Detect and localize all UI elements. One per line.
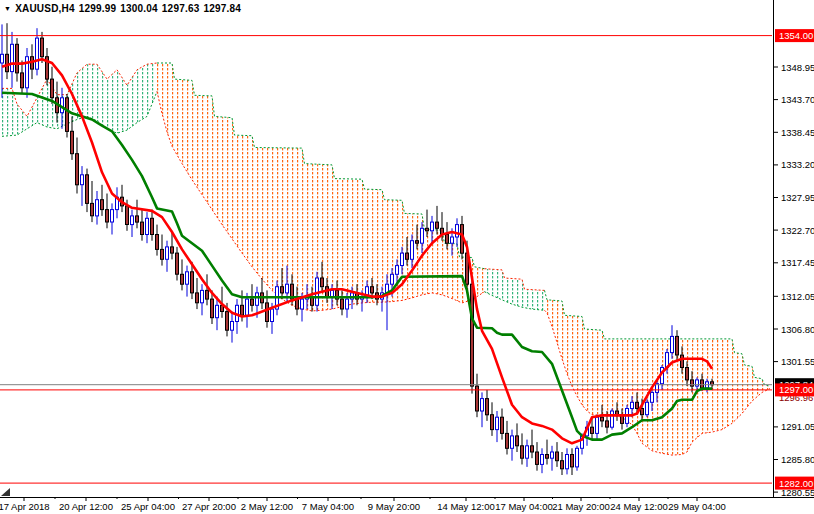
- quote-header: ▼ XAUUSD,H4 1299.99 1300.04 1297.63 1297…: [4, 3, 241, 14]
- time-tick-label: 7 May 04:00: [302, 501, 354, 512]
- symbol-dropdown-icon[interactable]: ▼: [4, 4, 11, 14]
- price-tick-label: 1338.45: [781, 127, 814, 138]
- candle-body: [641, 409, 644, 415]
- candle-body: [676, 336, 679, 355]
- candle-body: [86, 175, 89, 204]
- candle-body: [471, 284, 474, 386]
- quote-close: 1297.84: [203, 3, 241, 14]
- candle-body: [331, 290, 334, 296]
- candle-body: [546, 455, 549, 459]
- candle-body: [131, 216, 134, 225]
- candle-body: [66, 98, 69, 132]
- price-tick-label: 1301.55: [781, 356, 814, 367]
- candle-body: [111, 210, 114, 222]
- price-line-label: 1354.00: [775, 29, 814, 42]
- candle-body: [686, 368, 689, 380]
- price-line-label: 1282.00: [775, 477, 814, 490]
- candle-body: [531, 446, 534, 452]
- chart-canvas[interactable]: 1348.951343.701338.451333.201327.951322.…: [0, 0, 814, 514]
- candle-body: [701, 380, 704, 388]
- time-tick-label: 25 Apr 04:00: [121, 501, 175, 512]
- candle-body: [176, 253, 179, 274]
- time-tick-label: 24 May 12:00: [610, 501, 668, 512]
- time-tick-label: 20 Apr 12:00: [59, 501, 113, 512]
- candle-body: [241, 305, 244, 315]
- chart-window: ▼ XAUUSD,H4 1299.99 1300.04 1297.63 1297…: [0, 0, 814, 514]
- candle-body: [76, 154, 79, 185]
- time-tick-label: 17 Apr 2018: [0, 501, 50, 512]
- candle-body: [51, 79, 54, 98]
- candle-body: [286, 284, 289, 293]
- candle-body: [206, 290, 209, 299]
- candle-body: [231, 322, 234, 331]
- candle-body: [681, 355, 684, 367]
- candle-body: [151, 218, 154, 234]
- price-tick-label: 1348.95: [781, 62, 814, 73]
- candle-body: [571, 455, 574, 467]
- candle-body: [226, 312, 229, 331]
- candle-body: [646, 402, 649, 414]
- candle-body: [596, 417, 599, 433]
- price-tick-label: 1291.05: [781, 421, 814, 432]
- candle-body: [396, 266, 399, 275]
- candle-body: [561, 461, 564, 469]
- candle-body: [651, 392, 654, 402]
- time-tick-label: 29 May 04:00: [668, 501, 726, 512]
- quote-high: 1300.04: [120, 3, 158, 14]
- candle-body: [416, 241, 419, 244]
- svg-text:1354.00: 1354.00: [779, 30, 813, 41]
- candle-body: [301, 299, 304, 309]
- candle-body: [496, 417, 499, 429]
- candle-body: [166, 247, 169, 259]
- candle-body: [556, 452, 559, 461]
- candle-body: [126, 206, 129, 225]
- candle-body: [251, 299, 254, 305]
- candle-body: [16, 44, 19, 73]
- time-tick-label: 17 May 04:00: [495, 501, 553, 512]
- time-tick-label: 2 May 12:00: [241, 501, 293, 512]
- candle-body: [606, 421, 609, 427]
- candle-body: [601, 417, 604, 421]
- candle-body: [161, 249, 164, 259]
- time-tick-label: 27 Apr 20:00: [182, 501, 236, 512]
- candle-body: [346, 299, 349, 309]
- candle-body: [211, 299, 214, 318]
- candle-body: [341, 299, 344, 309]
- candle-body: [511, 436, 514, 448]
- candle-body: [201, 290, 204, 302]
- candle-body: [431, 222, 434, 231]
- candle-body: [196, 293, 199, 303]
- candle-body: [216, 305, 219, 317]
- candle-body: [11, 44, 14, 71]
- candle-body: [491, 415, 494, 430]
- candle-body: [536, 452, 539, 464]
- candle-body: [611, 411, 614, 427]
- candle-body: [636, 402, 639, 408]
- svg-text:1297.00: 1297.00: [779, 384, 813, 395]
- candle-body: [436, 222, 439, 228]
- time-tick-label: 9 May 20:00: [368, 501, 420, 512]
- candle-body: [186, 272, 189, 284]
- candle-body: [526, 446, 529, 458]
- quote-open: 1299.99: [79, 3, 117, 14]
- candle-body: [401, 253, 404, 265]
- svg-text:1282.00: 1282.00: [779, 478, 813, 489]
- candle-body: [36, 38, 39, 69]
- price-tick-label: 1322.70: [781, 225, 814, 236]
- price-tick-label: 1306.80: [781, 324, 814, 335]
- candle-body: [296, 299, 299, 309]
- candle-body: [106, 210, 109, 222]
- time-tick-label: 14 May 12:00: [437, 501, 495, 512]
- candle-body: [576, 448, 579, 467]
- candle-body: [136, 216, 139, 222]
- candle-body: [371, 287, 374, 293]
- candle-body: [146, 218, 149, 234]
- quote-low: 1297.63: [162, 3, 200, 14]
- candle-body: [486, 399, 489, 415]
- candle-body: [141, 222, 144, 234]
- candle-body: [256, 293, 259, 305]
- candle-body: [41, 38, 44, 57]
- candle-body: [101, 200, 104, 210]
- candle-body: [181, 274, 184, 284]
- candle-body: [156, 235, 159, 250]
